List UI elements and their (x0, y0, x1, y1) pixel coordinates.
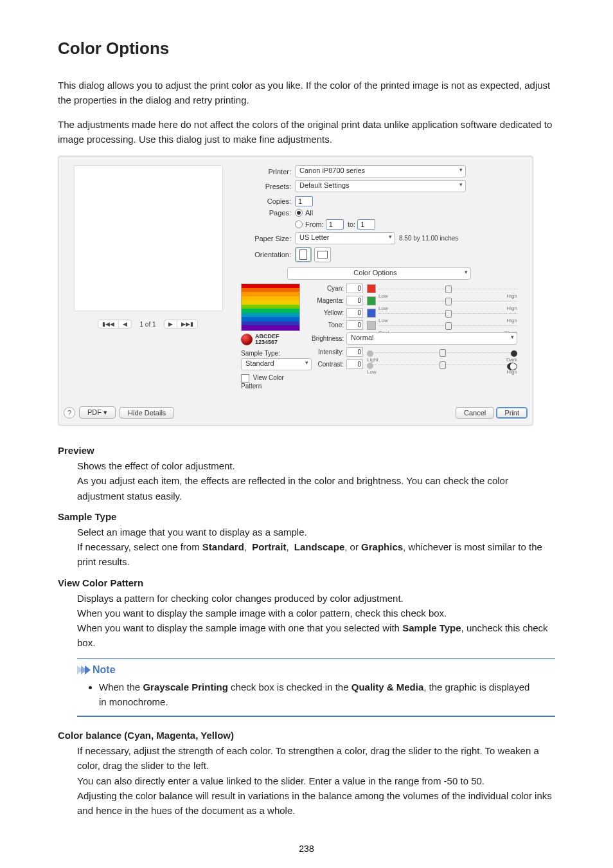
intro-paragraph-2: The adjustments made here do not affect … (58, 117, 555, 147)
yellow-swatch (367, 309, 376, 318)
orientation-label: Orientation: (241, 251, 291, 258)
cyan-swatch (367, 284, 376, 293)
pdf-menu-button[interactable]: PDF ▾ (79, 406, 116, 419)
landscape-icon (317, 251, 328, 258)
nav-last-button[interactable]: ▶▶▮ (177, 320, 197, 328)
view-color-pattern-checkbox[interactable] (241, 374, 249, 383)
presets-label: Presets: (241, 183, 291, 190)
nav-first-button[interactable]: ▮◀◀ (98, 320, 118, 328)
panel-select[interactable]: Color Options (287, 267, 471, 280)
print-dialog-screenshot: ▮◀◀ ◀ 1 of 1 ▶ ▶▶▮ Printer: Canon iP8700… (58, 156, 533, 426)
yellow-slider[interactable]: Low High (378, 309, 517, 318)
sample-glyph: ABCDEF 1234567 (241, 334, 301, 346)
preview-page-counter: 1 of 1 (139, 321, 155, 328)
view-pattern-term: View Color Pattern (58, 577, 555, 588)
page-heading: Color Options (58, 39, 555, 59)
intensity-slider[interactable]: Light Dark (367, 348, 517, 357)
magenta-value-input[interactable]: 0 (346, 296, 363, 305)
note-chevrons-icon (77, 665, 89, 674)
cyan-slider[interactable]: Low High (378, 284, 517, 293)
note-item: When the Grayscale Printing check box is… (99, 680, 536, 710)
print-button[interactable]: Print (496, 407, 528, 419)
pages-all-label: All (305, 209, 313, 217)
note-box: Note When the Grayscale Printing check b… (77, 658, 555, 718)
papersize-dimensions: 8.50 by 11.00 inches (399, 235, 458, 242)
brightness-select[interactable]: Normal (346, 332, 517, 345)
copies-input[interactable]: 1 (295, 196, 313, 206)
pages-to-input[interactable]: 1 (357, 219, 375, 230)
view-pattern-desc: Displays a pattern for checking color ch… (77, 591, 555, 651)
yellow-value-input[interactable]: 0 (346, 308, 363, 318)
preview-desc: Shows the effect of color adjustment. As… (77, 458, 555, 503)
hide-details-button[interactable]: Hide Details (120, 407, 174, 419)
sample-type-select[interactable]: Standard (241, 358, 312, 370)
color-balance-desc: If necessary, adjust the strength of eac… (77, 743, 555, 818)
tone-swatch (367, 321, 376, 330)
cyan-label: Cyan: (308, 285, 344, 292)
portrait-icon (299, 249, 307, 260)
note-heading: Note (93, 664, 116, 676)
intensity-label: Intensity: (308, 348, 344, 356)
yellow-label: Yellow: (308, 309, 344, 316)
papersize-select[interactable]: US Letter (295, 232, 395, 244)
page-number: 238 (58, 844, 555, 854)
ball-icon (241, 334, 253, 345)
color-bars-preview (241, 284, 300, 331)
help-button[interactable]: ? (64, 407, 75, 419)
magenta-label: Magenta: (308, 297, 344, 304)
contrast-value-input[interactable]: 0 (346, 359, 363, 369)
brightness-label: Brightness: (308, 335, 344, 342)
tone-label: Tone: (308, 321, 344, 329)
pages-all-radio[interactable] (295, 209, 303, 217)
tone-value-input[interactable]: 0 (346, 320, 363, 330)
presets-select[interactable]: Default Settings (295, 180, 466, 192)
nav-next-button[interactable]: ▶ (164, 320, 177, 328)
sample-type-desc: Select an image that you want to display… (77, 525, 555, 570)
preview-term: Preview (58, 445, 555, 456)
printer-select[interactable]: Canon iP8700 series (295, 165, 466, 177)
printer-label: Printer: (241, 168, 291, 176)
copies-label: Copies: (241, 197, 291, 205)
sample-type-term: Sample Type (58, 511, 555, 522)
magenta-swatch (367, 296, 376, 305)
nav-prev-button[interactable]: ◀ (118, 320, 131, 328)
contrast-slider[interactable]: Low High (367, 360, 517, 369)
papersize-label: Paper Size: (241, 235, 291, 242)
tone-slider[interactable]: Cool Warm (378, 321, 517, 330)
orientation-portrait-button[interactable] (295, 247, 312, 262)
cancel-button[interactable]: Cancel (456, 407, 494, 419)
pages-label: Pages: (241, 209, 291, 217)
pages-from-input[interactable]: 1 (326, 219, 344, 230)
sample-type-label: Sample Type: (241, 350, 301, 357)
intro-paragraph-1: This dialog allows you to adjust the pri… (58, 78, 555, 108)
contrast-label: Contrast: (308, 361, 344, 368)
preview-pane (74, 165, 223, 311)
pages-to-label: to: (348, 221, 355, 228)
intensity-value-input[interactable]: 0 (346, 347, 363, 357)
color-balance-term: Color balance (Cyan, Magenta, Yellow) (58, 730, 555, 741)
magenta-slider[interactable]: Low High (378, 296, 517, 305)
orientation-landscape-button[interactable] (314, 247, 331, 262)
sample-text-2: 1234567 (255, 339, 280, 345)
pages-from-label: From: (305, 221, 324, 228)
pages-range-radio[interactable] (295, 221, 303, 228)
cyan-value-input[interactable]: 0 (346, 284, 363, 293)
